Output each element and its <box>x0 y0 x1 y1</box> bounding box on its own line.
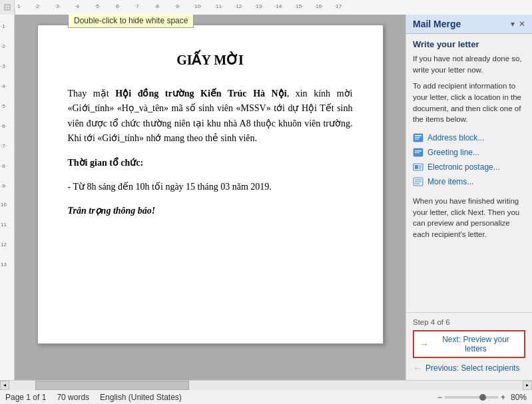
svg-text:·7·: ·7· <box>1 143 7 149</box>
svg-rect-39 <box>415 139 419 140</box>
svg-text:·8·: ·8· <box>154 3 160 9</box>
svg-text:12: 12 <box>1 242 7 248</box>
page-info: Page 1 of 1 <box>5 393 46 402</box>
scroll-track[interactable] <box>9 381 523 390</box>
svg-text:·8·: ·8· <box>1 163 7 169</box>
svg-text:·17·: ·17· <box>334 3 343 9</box>
next-step-label: Next: Preview your letters <box>433 335 519 353</box>
next-arrow-icon: → <box>419 339 429 349</box>
svg-rect-38 <box>415 137 420 138</box>
svg-text:·6·: ·6· <box>1 123 7 129</box>
next-step-button[interactable]: → Next: Preview your letters <box>413 330 525 358</box>
closing-text: Trân trọng thông báo! <box>68 204 353 218</box>
main-area: ·1· ·2· ·3· ·4· ·5· ·6· ·7· ·8· ·9· 10 1… <box>0 15 532 380</box>
panel-content: Write your letter If you have not alread… <box>406 34 532 312</box>
svg-text:·3·: ·3· <box>55 3 61 9</box>
svg-text:·4·: ·4· <box>1 83 7 89</box>
status-bar: Page 1 of 1 70 words English (United Sta… <box>0 389 532 404</box>
svg-text:·9·: ·9· <box>174 3 180 9</box>
document-area: Double-click to hide white space GIẤY MỜ… <box>15 15 405 380</box>
mail-merge-panel: Mail Merge ▾ ✕ Write your letter If you … <box>405 15 532 380</box>
svg-text:10: 10 <box>1 202 7 208</box>
zoom-level: 80% <box>511 393 527 402</box>
svg-rect-44 <box>415 165 418 169</box>
status-left: Page 1 of 1 70 words English (United Sta… <box>5 393 427 402</box>
vertical-ruler: ·1· ·2· ·3· ·4· ·5· ·6· ·7· ·8· ·9· 10 1… <box>0 15 15 380</box>
panel-title: Mail Merge <box>413 19 461 29</box>
paragraph-1: Thay mặt Hội đồng trường Kiến Trúc Hà Nộ… <box>68 87 353 146</box>
more-items-item[interactable]: More items... <box>413 174 525 189</box>
svg-text:·10·: ·10· <box>193 3 202 9</box>
address-block-item[interactable]: Address block... <box>413 130 525 145</box>
prev-step-button[interactable]: ← Previous: Select recipients <box>413 361 519 375</box>
svg-text:·2·: ·2· <box>1 43 7 49</box>
svg-text:·4·: ·4· <box>75 3 81 9</box>
panel-header-icons: ▾ ✕ <box>511 19 525 29</box>
svg-text:·16·: ·16· <box>314 3 323 9</box>
svg-text:·1·: ·1· <box>1 23 7 29</box>
svg-text:·13·: ·13· <box>254 3 263 9</box>
panel-header: Mail Merge ▾ ✕ <box>406 15 532 34</box>
greeting-line-icon <box>413 147 423 158</box>
electronic-postage-icon <box>413 162 423 172</box>
svg-text:13: 13 <box>1 262 7 268</box>
svg-text:·14·: ·14· <box>274 3 283 9</box>
svg-text:·12·: ·12· <box>234 3 243 9</box>
scroll-right-button[interactable]: ▸ <box>523 381 532 390</box>
zoom-thumb <box>479 394 486 401</box>
ruler-top: ·1· ·2· ·3· ·4· ·5· ·6· ·7· ·8· ·9· ·10·… <box>0 0 532 15</box>
horizontal-ruler: ·1· ·2· ·3· ·4· ·5· ·6· ·7· ·8· ·9· ·10·… <box>15 0 532 15</box>
address-block-icon <box>413 132 423 143</box>
svg-text:·1·: ·1· <box>16 3 22 9</box>
more-items-icon <box>413 176 423 187</box>
more-items-label: More items... <box>427 177 473 186</box>
svg-rect-41 <box>415 150 421 152</box>
svg-text:·5·: ·5· <box>95 3 101 9</box>
svg-text:11: 11 <box>1 222 7 228</box>
document-title: GIẤY MỜI <box>68 52 353 68</box>
scroll-left-button[interactable]: ◂ <box>0 381 9 390</box>
horizontal-scrollbar[interactable]: ◂ ▸ <box>0 380 532 389</box>
electronic-postage-label: Electronic postage... <box>427 162 500 172</box>
scroll-thumb[interactable] <box>35 381 189 390</box>
zoom-out-icon[interactable]: − <box>437 393 442 402</box>
svg-rect-42 <box>415 152 419 153</box>
word-count: 70 words <box>57 393 89 402</box>
ruler-corner <box>0 0 15 15</box>
svg-rect-37 <box>415 135 421 136</box>
greeting-line-item[interactable]: Greeting line... <box>413 145 525 160</box>
panel-desc-1: If you have not already done so, write y… <box>413 53 525 75</box>
svg-rect-3 <box>15 0 532 15</box>
svg-text:·6·: ·6· <box>115 3 121 9</box>
close-icon[interactable]: ✕ <box>519 19 525 29</box>
svg-text:·2·: ·2· <box>35 3 41 9</box>
electronic-postage-item[interactable]: Electronic postage... <box>413 160 525 174</box>
svg-text:·5·: ·5· <box>1 103 7 109</box>
status-right: − + 80% <box>437 393 527 402</box>
svg-text:·3·: ·3· <box>1 63 7 69</box>
dropdown-icon[interactable]: ▾ <box>511 19 515 29</box>
document-body: Thay mặt Hội đồng trường Kiến Trúc Hà Nộ… <box>68 87 353 219</box>
time-item: - Từ 8h sáng đến 10h tối ngày 15 tháng 0… <box>68 180 353 194</box>
zoom-in-icon[interactable]: + <box>501 393 505 402</box>
prev-step-label: Previous: Select recipients <box>425 363 519 373</box>
section-heading: Thời gian tổ chức: <box>68 156 353 170</box>
document-page: GIẤY MỜI Thay mặt Hội đồng trường Kiến T… <box>37 25 384 344</box>
svg-text:·11·: ·11· <box>214 3 223 9</box>
prev-arrow-icon: ← <box>413 363 421 373</box>
svg-text:·9·: ·9· <box>1 183 7 189</box>
greeting-line-label: Greeting line... <box>427 148 479 157</box>
svg-text:·7·: ·7· <box>134 3 140 9</box>
zoom-slider[interactable] <box>445 396 498 399</box>
svg-text:·15·: ·15· <box>294 3 303 9</box>
step-area: Step 4 of 6 → Next: Preview your letters… <box>406 312 532 380</box>
address-block-label: Address block... <box>427 133 484 142</box>
language-info: English (United States) <box>100 393 182 402</box>
panel-section-title: Write your letter <box>413 39 525 49</box>
step-label: Step 4 of 6 <box>413 318 525 326</box>
panel-footer-desc: When you have finished writing your lett… <box>413 196 525 240</box>
panel-desc-2: To add recipient information to your let… <box>413 81 525 125</box>
